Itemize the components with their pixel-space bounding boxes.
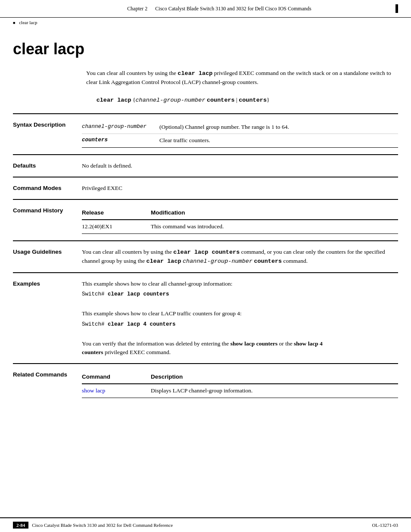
command-history-section: Command History Release Modification 12.… (13, 199, 398, 240)
breadcrumb: clear lacp (0, 18, 411, 27)
related-command-desc: Displays LACP channel-group information. (151, 384, 398, 398)
footer-left: 2-84 Cisco Catalyst Blade Switch 3130 an… (13, 522, 173, 529)
examples-section: Examples This example shows how to clear… (13, 272, 398, 363)
related-commands-content: Command Description show lacp Displays L… (82, 370, 398, 398)
footer-title: Cisco Catalyst Blade Switch 3130 and 303… (32, 523, 173, 528)
command-history-label: Command History (13, 206, 82, 234)
examples-content: This example shows how to clear all chan… (82, 280, 398, 357)
defaults-content: No default is defined. (82, 162, 398, 170)
col-modification: Modification (151, 206, 398, 220)
doc-number: OL-13271-03 (372, 523, 399, 528)
table-row: counters Clear traffic counters. (82, 134, 398, 147)
header-title: Cisco Catalyst Blade Switch 3130 and 303… (155, 6, 311, 12)
example2-text: This example shows how to clear LACP tra… (82, 309, 398, 318)
description-block: You can clear all counters by using the … (86, 69, 398, 105)
table-row: Command Description (82, 370, 398, 384)
related-table: Command Description show lacp Displays L… (82, 370, 398, 398)
syntax-term: counters (82, 134, 159, 147)
syntax-desc: (Optional) Channel group number. The ran… (159, 121, 398, 134)
release-version: 12.2(40)EX1 (82, 220, 151, 233)
examples-label: Examples (13, 280, 82, 357)
chapter-label: Chapter 2 (127, 6, 147, 12)
table-row: 12.2(40)EX1 This command was introduced. (82, 220, 398, 233)
related-commands-label: Related Commands (13, 370, 82, 398)
col-release: Release (82, 206, 151, 220)
syntax-term: channel-group-number (82, 121, 159, 134)
chapter-info: Chapter 2 Cisco Catalyst Blade Switch 31… (47, 6, 391, 12)
table-row: Release Modification (82, 206, 398, 220)
history-table: Release Modification 12.2(40)EX1 This co… (82, 206, 398, 234)
example1-code: Switch# clear lacp counters (82, 290, 398, 299)
header-border (395, 4, 398, 13)
col-command: Command (82, 370, 151, 384)
usage-guidelines-content: You can clear all counters by using the … (82, 248, 398, 266)
defaults-label: Defaults (13, 162, 82, 170)
command-history-content: Release Modification 12.2(40)EX1 This co… (82, 206, 398, 234)
page-header: Chapter 2 Cisco Catalyst Blade Switch 31… (0, 0, 411, 18)
verify-text: You can verify that the information was … (82, 339, 398, 357)
command-modes-section: Command Modes Privileged EXEC (13, 177, 398, 199)
syntax-description-content: channel-group-number (Optional) Channel … (82, 121, 398, 148)
cmd-bold: clear lacp (177, 70, 212, 76)
syntax-description-label: Syntax Description (13, 121, 82, 148)
table-row: channel-group-number (Optional) Channel … (82, 121, 398, 134)
page-title: clear lacp (13, 40, 398, 58)
table-row: show lacp Displays LACP channel-group in… (82, 384, 398, 398)
page-number: 2-84 (13, 522, 28, 529)
usage-guidelines-section: Usage Guidelines You can clear all count… (13, 240, 398, 273)
page-footer: 2-84 Cisco Catalyst Blade Switch 3130 an… (0, 517, 411, 532)
syntax-desc: Clear traffic counters. (159, 134, 398, 147)
command-modes-label: Command Modes (13, 184, 82, 193)
defaults-section: Defaults No default is defined. (13, 154, 398, 177)
syntax-line: clear lacp {channel-group-number counter… (86, 96, 398, 105)
example1-text: This example shows how to clear all chan… (82, 280, 398, 288)
col-description: Description (151, 370, 398, 384)
syntax-description-section: Syntax Description channel-group-number … (13, 113, 398, 154)
syntax-table: channel-group-number (Optional) Channel … (82, 121, 398, 148)
modification-text: This command was introduced. (151, 220, 398, 233)
footer-right: OL-13271-03 (372, 523, 399, 528)
command-modes-content: Privileged EXEC (82, 184, 398, 193)
related-command-name: show lacp (82, 384, 151, 398)
related-commands-section: Related Commands Command Description sho… (13, 363, 398, 404)
show-lacp-link[interactable]: show lacp (82, 387, 105, 394)
example2-code: Switch# clear lacp 4 counters (82, 320, 398, 329)
description-text: You can clear all counters by using the … (86, 69, 398, 87)
main-content: clear lacp You can clear all counters by… (0, 27, 411, 439)
usage-guidelines-label: Usage Guidelines (13, 248, 82, 266)
